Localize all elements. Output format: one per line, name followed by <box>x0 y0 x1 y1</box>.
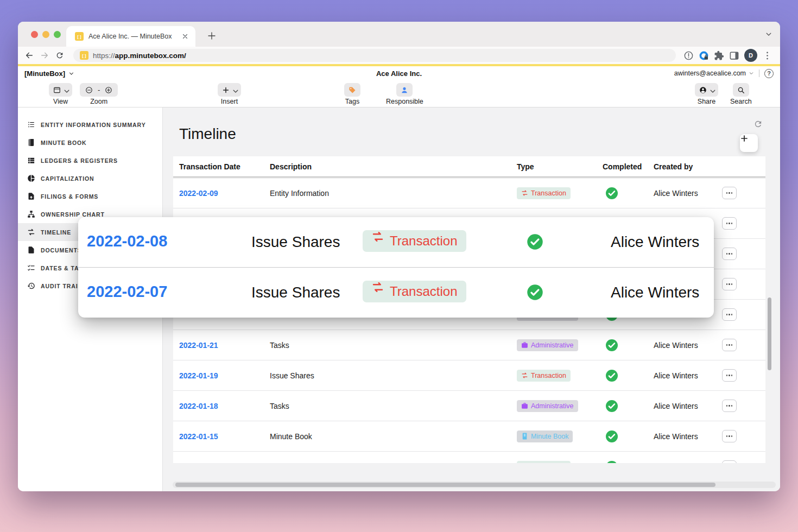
transaction-date-link[interactable]: 2022-01-21 <box>179 341 218 350</box>
search-button[interactable] <box>733 83 749 97</box>
back-icon[interactable] <box>23 49 35 61</box>
sidebar-item-capitalization[interactable]: CAPITALIZATION <box>18 169 162 187</box>
row-description: Issue Shares <box>270 371 517 380</box>
zoom-window-button[interactable] <box>54 31 61 38</box>
type-badge-administrative: Administrative <box>517 400 578 412</box>
completed-check-icon <box>605 369 618 382</box>
type-badge-transaction: Transaction <box>517 370 571 382</box>
magnified-row: 2022-02-07 Issue Shares Transaction Alic… <box>78 268 714 318</box>
browser-profile-avatar[interactable]: D <box>744 49 757 62</box>
person-icon <box>401 86 408 94</box>
new-tab-button[interactable] <box>205 29 219 43</box>
person-circle-icon <box>699 86 707 94</box>
magnified-date-link[interactable]: 2022-02-08 <box>87 232 167 250</box>
sidebar-item-label: AUDIT TRAIL <box>41 283 82 289</box>
row-actions-button[interactable] <box>722 278 737 290</box>
page-title: Timeline <box>179 125 236 143</box>
briefcase-icon <box>521 402 528 409</box>
tab-close-icon[interactable] <box>180 31 190 41</box>
table-row: 2022-01-21TasksAdministrativeAlice Winte… <box>173 330 765 360</box>
table-row: TransactionAlice Winters <box>173 452 765 463</box>
transaction-date-link[interactable]: 2022-01-18 <box>179 402 218 410</box>
workspace-menu[interactable]: [MinuteBox] <box>24 69 74 78</box>
plus-icon <box>222 86 230 94</box>
zoom-out-icon <box>85 86 93 94</box>
user-account-menu[interactable]: awinters@acealice.com <box>674 69 754 77</box>
book-icon <box>27 138 35 147</box>
row-created-by: Alice Winters <box>654 189 722 198</box>
transaction-date-link[interactable]: 2022-02-09 <box>179 189 218 198</box>
type-badge-label: Transaction <box>531 189 566 197</box>
tab-search-chevron-icon[interactable] <box>765 30 772 38</box>
extensions-puzzle-icon[interactable] <box>714 50 724 61</box>
reload-icon[interactable] <box>54 49 66 61</box>
summary-list-icon <box>27 121 35 129</box>
sidebar-item-ledgers-registers[interactable]: LEDGERS & REGISTERS <box>18 151 162 169</box>
forward-icon[interactable] <box>39 49 50 61</box>
refresh-icon[interactable] <box>753 119 763 129</box>
page-info-icon[interactable] <box>683 50 694 61</box>
transaction-date-link[interactable]: 2022-01-15 <box>179 432 218 441</box>
sidebar-item-label: OWNERSHIP CHART <box>41 211 105 218</box>
tags-button[interactable] <box>344 83 360 97</box>
table-row: 2022-01-18TasksAdministrativeAlice Winte… <box>173 391 765 421</box>
minute-book-badge-icon <box>521 433 528 440</box>
sidebar-item-filings-forms[interactable]: FILINGS & FORMS <box>18 187 162 205</box>
window-controls <box>31 31 61 38</box>
browser-menu-kebab-icon[interactable] <box>762 50 772 61</box>
app-toolbar: View - Zoom Insert Tags Responsible <box>18 80 780 107</box>
help-icon[interactable]: ? <box>764 69 774 78</box>
magnified-date-link[interactable]: 2022-02-07 <box>87 283 167 301</box>
completed-check-icon <box>605 460 618 464</box>
sidebar-item-entity-information-summary[interactable]: ENTITY INFORMATION SUMMARY <box>18 116 162 134</box>
view-button[interactable] <box>49 83 72 97</box>
privacy-extension-icon[interactable] <box>699 50 709 61</box>
row-actions-button[interactable] <box>722 369 737 382</box>
magnified-description: Issue Shares <box>251 284 340 301</box>
row-actions-button[interactable] <box>722 400 737 412</box>
type-badge-transaction: Transaction <box>363 281 466 302</box>
add-timeline-entry-button[interactable] <box>740 134 758 152</box>
org-chart-icon <box>27 210 35 218</box>
row-actions-button[interactable] <box>722 430 737 442</box>
entity-title: Ace Alice Inc. <box>18 69 780 78</box>
zoom-in-icon <box>105 86 112 94</box>
row-actions-button[interactable] <box>722 248 737 260</box>
share-button[interactable] <box>695 83 718 97</box>
minimize-window-button[interactable] <box>42 31 49 38</box>
side-panel-icon[interactable] <box>729 50 739 61</box>
row-actions-button[interactable] <box>722 187 737 199</box>
completed-check-icon <box>527 284 543 301</box>
row-created-by: Alice Winters <box>654 371 722 380</box>
type-badge-transaction: Transaction <box>363 230 466 252</box>
transaction-date-link[interactable]: 2022-01-19 <box>179 371 218 380</box>
close-window-button[interactable] <box>31 31 38 38</box>
row-description: Minute Book <box>270 432 517 441</box>
row-created-by: Alice Winters <box>654 402 722 410</box>
vertical-scrollbar-thumb[interactable] <box>768 297 771 370</box>
horizontal-scrollbar-thumb[interactable] <box>175 483 715 487</box>
sidebar-item-label: MINUTE BOOK <box>41 140 87 146</box>
column-header-type: Type <box>517 162 603 171</box>
responsible-button[interactable] <box>396 83 413 97</box>
row-actions-button[interactable] <box>722 308 737 321</box>
type-badge-label: Administrative <box>531 341 574 349</box>
zoom-control[interactable]: - <box>80 83 118 97</box>
sidebar-item-minute-book[interactable]: MINUTE BOOK <box>18 134 162 151</box>
transfer-icon <box>521 189 528 197</box>
type-badge-label: Transaction <box>531 463 566 464</box>
url-text: https://app.minutebox.com/ <box>93 52 186 60</box>
row-actions-button[interactable] <box>722 217 737 230</box>
address-bar[interactable]: [ ] https://app.minutebox.com/ <box>73 49 676 62</box>
sidebar-item-label: TIMELINE <box>41 229 71 236</box>
horizontal-scrollbar-track[interactable] <box>173 482 776 488</box>
completed-check-icon <box>605 430 618 443</box>
document-icon <box>27 246 35 254</box>
row-actions-button[interactable] <box>722 339 737 351</box>
row-actions-button[interactable] <box>722 460 737 463</box>
browser-tab[interactable]: [ ] Ace Alice Inc. — MinuteBox <box>66 26 195 47</box>
insert-button[interactable] <box>218 83 241 97</box>
sidebar-item-label: ENTITY INFORMATION SUMMARY <box>41 122 146 128</box>
pie-chart-icon <box>27 174 35 182</box>
type-badge-transaction: Transaction <box>517 187 571 199</box>
